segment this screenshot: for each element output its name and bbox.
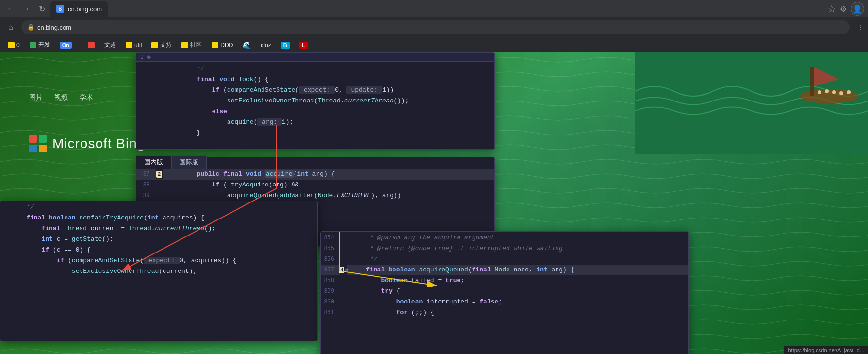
svg-point-6 (832, 90, 836, 94)
bookmark-cloz[interactable]: cloz (257, 41, 275, 50)
code-line: 861 for (;;) { (321, 307, 688, 318)
code-line: if (compareAndSetState( expect: 0, acqui… (0, 255, 317, 266)
code-line: if (c == 0) { (0, 245, 317, 255)
badge-4: 4 (339, 267, 345, 273)
panel4-body: 854 * @param arg the acquire argument 85… (321, 232, 688, 319)
bookmark-util[interactable]: util (122, 41, 146, 50)
bookmark-zhichi[interactable]: 支持 (147, 40, 176, 50)
reload-button[interactable]: ↻ (35, 2, 49, 16)
back-button[interactable]: ← (4, 2, 17, 16)
svg-rect-1 (635, 52, 868, 154)
star-icon[interactable]: ☆ (827, 3, 836, 15)
code-line: final Thread current = Thread.currentThr… (0, 223, 317, 234)
code-panel-3: */ final boolean nonfairTryAcquire(int a… (0, 201, 318, 341)
code-line: 39 acquireQueued(addWaiter(Node.EXCLUSIV… (136, 190, 494, 201)
home-button[interactable]: ⌂ (4, 20, 17, 34)
profile-button[interactable]: 👤 (851, 2, 864, 16)
bookmark-kaifa[interactable]: 开发 (26, 40, 54, 50)
svg-point-8 (847, 90, 851, 94)
folder-icon (212, 42, 218, 48)
code-line: */ (0, 202, 317, 213)
l-icon: L (299, 42, 308, 49)
tab-bar: ← → ↻ B cn.bing.com ☆ ⚙ 👤 (0, 0, 868, 17)
code-panel-4: 854 * @param arg the acquire argument 85… (320, 231, 689, 354)
sq-red (29, 135, 37, 143)
status-url: https://blog.csdn.net/A_java_d... (788, 347, 864, 353)
svg-rect-3 (810, 67, 814, 96)
forward-button[interactable]: → (19, 2, 33, 16)
code-line: acquire( arg: 1); (136, 117, 494, 128)
svg-point-5 (825, 89, 829, 93)
svg-point-4 (818, 90, 821, 94)
nav-bar: ⌂ 🔒 cn.bing.com ⋮ (0, 17, 868, 37)
bing-logo-text: Microsoft Bing (52, 136, 145, 152)
bing-navigation: 图片 视频 学术 (29, 91, 93, 104)
profile-icon: 👤 (852, 4, 862, 14)
menu-icon[interactable]: ⋮ (857, 23, 864, 31)
code-line: setExclusiveOwnerThread(Thread.currentTh… (136, 96, 494, 106)
nav-img[interactable]: 图片 (29, 91, 43, 104)
bookmark-wq[interactable]: 文趣 (100, 40, 120, 50)
panel3-body: */ final boolean nonfairTryAcquire(int a… (0, 201, 317, 278)
bookmark-b[interactable]: B (277, 41, 294, 50)
bookmark-0[interactable]: 0 (4, 41, 24, 50)
bookmarks-bar: 0 开发 On 文趣 util 支持 社区 DDD (0, 37, 868, 52)
active-tab[interactable]: B cn.bing.com (50, 1, 108, 17)
code-line: } (136, 128, 494, 138)
code-line: 38 if (!tryAcquire(arg) && (136, 180, 494, 190)
bookmark-l[interactable]: L (295, 41, 312, 50)
folder-icon (30, 42, 36, 48)
folder-icon (151, 42, 158, 48)
panel1-body: */ final void lock() { if (compareAndSet… (136, 62, 494, 140)
address-bar[interactable]: 🔒 cn.bing.com (21, 20, 850, 34)
bookmark-shequ[interactable]: 社区 (178, 40, 206, 50)
browser-chrome: ← → ↻ B cn.bing.com ☆ ⚙ 👤 ⌂ 🔒 cn.bing.co… (0, 0, 868, 52)
tab-title: cn.bing.com (68, 5, 102, 13)
boat-svg (635, 52, 868, 154)
lock-icon: 🔒 (27, 24, 34, 31)
separator (80, 41, 80, 50)
gutter-diamond (147, 55, 150, 59)
code-line: 856 */ (321, 254, 688, 265)
code-line: 858 boolean failed = true; (321, 275, 688, 286)
boat-image-area (635, 52, 868, 154)
sq-blue (29, 145, 37, 152)
nav-video[interactable]: 视频 (54, 91, 68, 104)
bookmark-edge[interactable]: 🌊 (239, 40, 255, 50)
folder-icon (181, 42, 188, 48)
code-line: 857 4 @ final boolean acquireQueued(fina… (321, 265, 688, 275)
bookmark-email[interactable] (84, 41, 98, 49)
code-line: 860 boolean interrupted = false; (321, 297, 688, 307)
badge-2: 2 (156, 171, 163, 178)
bookmark-on[interactable]: On (56, 41, 76, 50)
sq-green (39, 135, 47, 143)
tab-international[interactable]: 国际版 (171, 155, 207, 169)
code-line: if (compareAndSetState( expect: 0, updat… (136, 85, 494, 96)
bing-logo-squares (29, 135, 47, 152)
panel1-header: 1 (140, 54, 144, 60)
code-line: int c = getState(); (0, 234, 317, 245)
version-tabs: 国内版 国际版 (136, 155, 207, 169)
b-icon: B (281, 42, 290, 49)
address-text: cn.bing.com (37, 24, 71, 31)
sq-yellow (39, 145, 47, 152)
code-line: final void lock() { (136, 74, 494, 85)
folder-icon (126, 42, 132, 48)
bing-background: Microsoft Bing 图片 视频 学术 国内版 国际版 (0, 52, 868, 354)
bing-logo-area: Microsoft Bing (29, 135, 145, 152)
nav-academic[interactable]: 学术 (80, 91, 93, 104)
tab-domestic[interactable]: 国内版 (136, 155, 171, 169)
code-line: setExclusiveOwnerThread(current); (0, 266, 317, 277)
folder-icon (8, 42, 15, 48)
code-line: 859 try { (321, 286, 688, 297)
tab-favicon: B (56, 5, 64, 13)
code-line: 854 * @param arg the acquire argument (321, 233, 688, 243)
bookmark-ddd[interactable]: DDD (208, 41, 237, 50)
code-panel-1: 1 */ final void lock() { if (compareAndS… (136, 52, 495, 150)
code-line: 37 2 public final void acquire(int arg) … (136, 169, 494, 180)
code-line: else (136, 106, 494, 117)
svg-point-7 (839, 91, 843, 95)
code-line: 855 * @return {@code true} if interrupte… (321, 243, 688, 254)
code-line: */ (136, 64, 494, 74)
extensions-icon[interactable]: ⚙ (840, 4, 847, 14)
